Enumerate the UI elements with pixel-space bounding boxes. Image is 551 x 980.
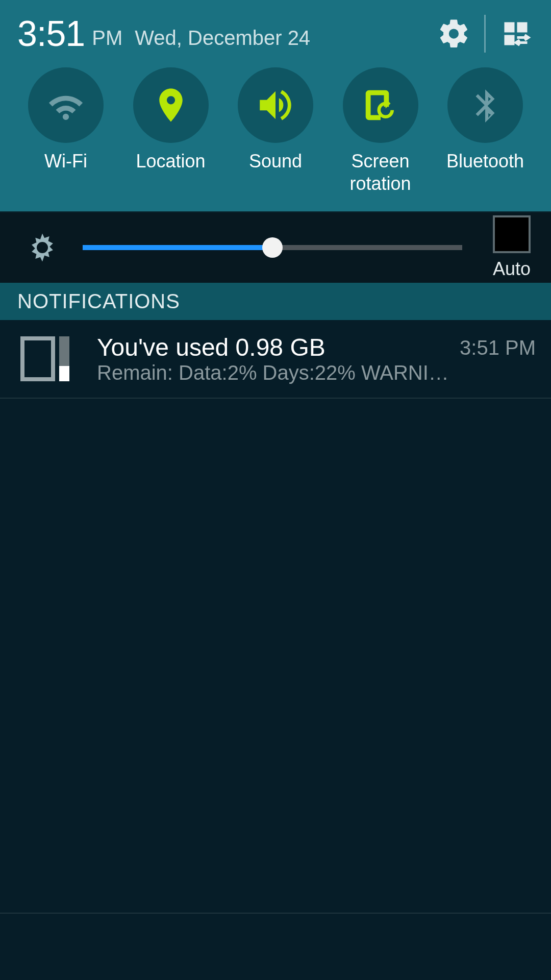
toggle-location-label: Location <box>120 150 221 173</box>
auto-brightness-checkbox[interactable] <box>493 215 531 253</box>
notifications-header: NOTIFICATIONS <box>0 283 551 320</box>
toggle-wifi-label: Wi-Fi <box>15 150 116 173</box>
data-usage-icon <box>20 333 71 384</box>
toggle-sound[interactable]: Sound <box>225 67 326 195</box>
notification-time: 3:51 PM <box>460 336 536 359</box>
bluetooth-icon <box>466 86 504 124</box>
brightness-slider[interactable] <box>83 237 462 258</box>
toggle-rotation-label: Screen rotation <box>330 150 431 195</box>
toggle-bluetooth[interactable]: Bluetooth <box>435 67 536 195</box>
quick-panel-header: 3:51 PM Wed, December 24 Wi- <box>0 0 551 211</box>
notification-title: You've used 0.98 GB <box>97 333 449 361</box>
svg-rect-1 <box>517 22 528 33</box>
settings-icon[interactable] <box>436 16 472 52</box>
auto-brightness-label: Auto <box>493 258 531 280</box>
edit-panel-icon[interactable] <box>498 16 534 52</box>
notification-row[interactable]: You've used 0.98 GB Remain: Data:2% Days… <box>0 320 551 399</box>
quick-toggles-row: Wi-Fi Location Sound <box>0 56 551 211</box>
svg-rect-2 <box>505 35 515 45</box>
svg-rect-0 <box>505 22 515 33</box>
status-row: 3:51 PM Wed, December 24 <box>0 0 551 56</box>
notification-subtitle: Remain: Data:2% Days:22% WARNING! Ex.. <box>97 361 449 384</box>
clock-time: 3:51 <box>17 13 85 54</box>
toggle-bluetooth-label: Bluetooth <box>435 150 536 173</box>
bottom-divider <box>0 913 551 914</box>
clock-ampm: PM <box>92 27 122 50</box>
location-icon <box>151 85 191 125</box>
toggle-location[interactable]: Location <box>120 67 221 195</box>
clock-date: Wed, December 24 <box>135 27 310 50</box>
wifi-icon <box>45 84 87 126</box>
toggle-sound-label: Sound <box>225 150 326 173</box>
toggle-rotation[interactable]: Screen rotation <box>330 67 431 195</box>
header-divider <box>484 15 486 53</box>
rotation-icon <box>361 85 400 125</box>
sound-icon <box>255 84 296 126</box>
brightness-icon <box>26 231 59 264</box>
toggle-wifi[interactable]: Wi-Fi <box>15 67 116 195</box>
brightness-row: Auto <box>0 211 551 283</box>
